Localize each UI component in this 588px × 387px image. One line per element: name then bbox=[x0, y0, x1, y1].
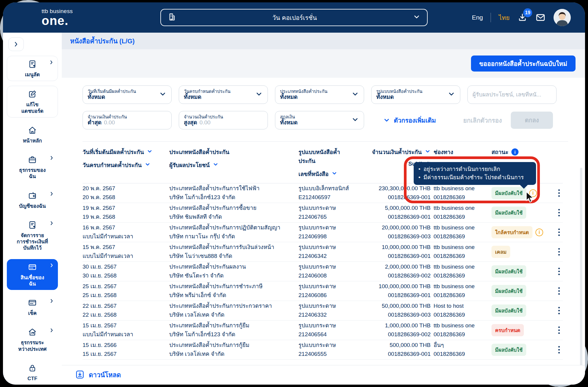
filter-search[interactable] bbox=[467, 85, 557, 104]
amount-input[interactable] bbox=[200, 119, 229, 126]
sidebar: เมนูลัดแก้ไข แดชบอร์ดหน้าหลักธุรกรรมของ … bbox=[3, 33, 62, 385]
sort-icon[interactable] bbox=[147, 148, 153, 156]
cell-status: มีผลบังคับใช้i bbox=[491, 187, 545, 199]
status-info-icon[interactable]: i bbox=[529, 189, 537, 197]
filter-lg-form[interactable]: รูปแบบหนังสือค้ำประกันทั้งหมด bbox=[371, 85, 460, 104]
filter-amount-max[interactable]: จำนวนเงินค้ำประกันสูงสุด bbox=[179, 111, 268, 129]
more-filters-link[interactable]: ตัวกรองเพิ่มเติม bbox=[383, 115, 436, 125]
sidebar-item-label: ธุรกรรมระ หว่างประเทศ bbox=[9, 340, 56, 352]
filter-value: ทั้งหมด bbox=[376, 94, 448, 101]
lang-thai-button[interactable]: ไทย bbox=[499, 13, 510, 23]
sidebar-item-edit-dashboard[interactable]: แก้ไข แดชบอร์ด bbox=[7, 86, 58, 118]
status-info-icon[interactable]: i bbox=[511, 148, 519, 156]
lang-divider bbox=[491, 13, 491, 22]
cell-form-number: รูปแบบกระดาษ212406765 bbox=[298, 205, 356, 221]
sort-icon[interactable] bbox=[425, 148, 431, 156]
download-center-button[interactable]: 19 bbox=[517, 12, 527, 23]
sidebar-item-cheque[interactable]: เช็ค bbox=[7, 295, 58, 319]
search-input[interactable] bbox=[472, 91, 551, 98]
row-actions-menu[interactable] bbox=[555, 305, 563, 316]
row-actions-menu[interactable] bbox=[555, 344, 563, 355]
lg-type: ประเภทหนังสือค้ำประกันการปฏิบัติตามสัญญา bbox=[169, 224, 295, 231]
sidebar-item-saved-payments[interactable]: จัดการราย การชำระเงินที่ บันทึกไว้ bbox=[7, 217, 58, 254]
row-actions-menu[interactable] bbox=[555, 325, 563, 336]
filter-lg-type[interactable]: ประเภทหนังสือค้ำประกันทั้งหมด bbox=[275, 85, 364, 104]
clear-filters-button[interactable]: ยกเลิกตัวกรอง bbox=[463, 115, 502, 125]
cell-type-beneficiary: ประเภทหนังสือค้ำประกันการใช้ไฟฟ้าบริษัท … bbox=[169, 185, 295, 201]
amount-input[interactable] bbox=[104, 119, 134, 126]
status-badge: มีผลบังคับใช้ bbox=[491, 285, 526, 297]
sublimit: 0018286369-001 bbox=[359, 194, 431, 201]
row-actions-menu[interactable] bbox=[555, 246, 563, 257]
user-avatar[interactable] bbox=[554, 9, 571, 26]
mail-button[interactable] bbox=[535, 12, 546, 23]
doc-number: 212406086 bbox=[298, 292, 356, 299]
sidebar-item-international[interactable]: ธุรกรรมระ หว่างประเทศ bbox=[7, 324, 58, 355]
scrollbar[interactable] bbox=[580, 168, 582, 385]
row-actions-menu[interactable] bbox=[555, 207, 563, 218]
download-label[interactable]: ดาวน์โหลด bbox=[89, 370, 121, 380]
header-dates: วันที่เริ่มต้นมีผลค้ำประกัน วันครบกำหนดค… bbox=[83, 147, 166, 178]
apply-filters-button[interactable]: ตกลง bbox=[511, 112, 553, 129]
sublimit: 0018286369-003 bbox=[359, 312, 431, 318]
row-actions-menu[interactable] bbox=[555, 286, 563, 296]
company-selector[interactable]: วัน คอเปอร์เรชั่น bbox=[160, 9, 428, 26]
beneficiary: บริษัท เวลโล่เทค จำกัด bbox=[169, 351, 295, 358]
row-actions-menu[interactable] bbox=[555, 266, 563, 277]
amount: 230,300,000.00 THB bbox=[359, 185, 431, 192]
table-row: 20 พ.ค. 256720 พ.ค. 2568ประเภทหนังสือค้ำ… bbox=[83, 183, 563, 203]
header-beneficiary[interactable]: ผู้รับผลประโยชน์ bbox=[169, 161, 210, 169]
filter-label: จำนวนเงินค้ำประกัน bbox=[88, 114, 167, 119]
filter-start-date[interactable]: วันที่เริ่มต้นมีผลค้ำประกันทั้งหมด bbox=[83, 85, 172, 104]
header-start-date[interactable]: วันที่เริ่มต้นมีผลค้ำประกัน bbox=[83, 147, 144, 156]
header-doc-number[interactable]: เลขที่หนังสือ bbox=[298, 169, 328, 178]
new-lg-request-button[interactable]: ขอออกหนังสือค้ำประกันฉบับใหม่ bbox=[471, 55, 576, 72]
end-date: 30 เม.ย. 2568 bbox=[83, 272, 166, 279]
filter-label: สกุลเงิน bbox=[280, 114, 351, 119]
status-badge: ใกล้ครบกำหนด bbox=[491, 226, 532, 238]
building-icon bbox=[167, 12, 176, 23]
row-actions-menu[interactable] bbox=[555, 188, 563, 199]
doc-number: 212406332 bbox=[298, 312, 356, 318]
sidebar-item-label: ธุรกรรมของ ฉัน bbox=[9, 167, 56, 180]
filter-value: ทั้งหมด bbox=[184, 94, 255, 101]
row-actions-menu[interactable] bbox=[555, 227, 563, 238]
sort-icon[interactable] bbox=[331, 170, 337, 178]
cell-form-number: รูปแบบกระดาษ212406086 bbox=[298, 283, 356, 299]
header-amount-label[interactable]: จำนวนเงินค้ำประกัน bbox=[372, 147, 422, 156]
lang-english-button[interactable]: Eng bbox=[472, 14, 483, 21]
start-date: 15 พ.ค. 2567 bbox=[83, 244, 166, 251]
sort-icon[interactable] bbox=[213, 161, 219, 169]
filter-due-date[interactable]: วันครบกำหนดค้ำประกันทั้งหมด bbox=[179, 85, 268, 104]
filter-currency[interactable]: สกุลเงินทั้งหมด bbox=[275, 111, 364, 129]
sidebar-item-label: สินเชื่อของ ฉัน bbox=[9, 275, 56, 287]
status-badge: มีผลบังคับใช้ bbox=[491, 265, 526, 277]
header-due-date[interactable]: วันครบกำหนดค้ำประกัน bbox=[83, 161, 142, 169]
sidebar-item-my-accounts[interactable]: บัญชีของฉัน bbox=[7, 188, 58, 212]
download-icon[interactable] bbox=[75, 370, 85, 380]
doc-number: E212406597 bbox=[298, 194, 356, 201]
filter-prefix: ต่ำสุด bbox=[88, 119, 102, 126]
cell-status: มีผลบังคับใช้ bbox=[491, 207, 545, 219]
sort-icon[interactable] bbox=[145, 161, 151, 169]
cell-channel: ttb business one0018286369 bbox=[434, 224, 489, 240]
sidebar-item-home[interactable]: หน้าหลัก bbox=[7, 122, 58, 147]
sidebar-item-shortcut-menu[interactable]: เมนูลัด bbox=[7, 56, 58, 81]
cell-amount: 5,000,000.00 THB0018286369-001 bbox=[359, 205, 431, 221]
header-lg-form: รูปแบบหนังสือค้ำประกัน bbox=[298, 147, 356, 165]
cell-dates: 30 เม.ย. 256730 เม.ย. 2568 bbox=[83, 264, 166, 279]
status-info-icon[interactable]: i bbox=[535, 229, 543, 236]
table-row: 16 พ.ค. 2567แบบไม่มีกำหนดเวลาประเภทหนังส… bbox=[83, 223, 563, 242]
chevron-down-icon bbox=[351, 116, 359, 125]
chevron-right-icon bbox=[49, 221, 54, 227]
action-band: ขอออกหนังสือค้ำประกันฉบับใหม่ bbox=[62, 49, 585, 78]
cell-status: มีผลบังคับใช้ bbox=[491, 304, 545, 317]
sidebar-expand-button[interactable] bbox=[8, 37, 24, 51]
channel: ttb business one bbox=[434, 322, 489, 329]
end-date: 20 พ.ค. 2568 bbox=[83, 194, 166, 201]
end-date: 19 พ.ค. 2568 bbox=[83, 214, 166, 221]
filter-amount-min[interactable]: จำนวนเงินค้ำประกันต่ำสุด bbox=[83, 111, 172, 129]
sidebar-item-my-transactions[interactable]: ธุรกรรมของ ฉัน bbox=[7, 152, 58, 183]
sidebar-item-my-loans[interactable]: สินเชื่อของ ฉัน bbox=[7, 259, 58, 290]
sidebar-item-ctf[interactable]: CTF bbox=[7, 360, 58, 385]
